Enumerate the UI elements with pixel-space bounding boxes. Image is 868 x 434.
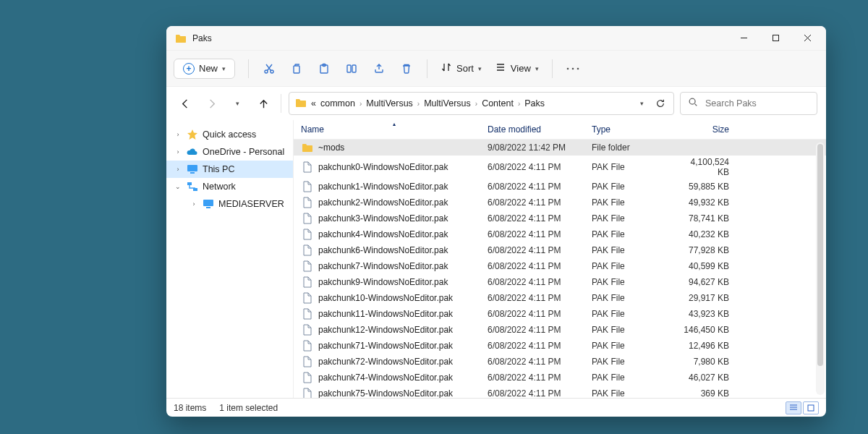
column-size[interactable]: Size bbox=[678, 124, 733, 135]
file-name: pakchunk7-WindowsNoEditor.pak bbox=[318, 261, 448, 271]
file-date: 6/08/2022 4:11 PM bbox=[488, 357, 592, 367]
share-icon[interactable] bbox=[372, 61, 386, 76]
sort-label: Sort bbox=[456, 63, 474, 74]
titlebar: Paks bbox=[166, 26, 826, 51]
back-button[interactable] bbox=[175, 93, 195, 114]
file-date: 6/08/2022 4:11 PM bbox=[488, 182, 592, 192]
copy-icon[interactable] bbox=[289, 61, 304, 76]
file-name: pakchunk9-WindowsNoEditor.pak bbox=[318, 277, 448, 287]
rename-icon[interactable] bbox=[344, 61, 359, 76]
breadcrumb-segment[interactable]: Content bbox=[482, 98, 514, 109]
refresh-icon[interactable] bbox=[653, 98, 668, 109]
minimize-button[interactable] bbox=[728, 26, 760, 51]
sort-button[interactable]: Sort ▾ bbox=[441, 61, 482, 75]
file-date: 6/08/2022 4:11 PM bbox=[488, 309, 592, 319]
file-row[interactable]: pakchunk12-WindowsNoEditor.pak6/08/2022 … bbox=[294, 322, 826, 338]
details-view-button[interactable] bbox=[786, 401, 801, 414]
file-name: pakchunk10-WindowsNoEditor.pak bbox=[318, 293, 453, 303]
new-label: New bbox=[199, 63, 218, 74]
network-icon bbox=[187, 181, 198, 192]
file-pane: Name ▴ Date modified Type Size ~mods9/08… bbox=[294, 120, 826, 398]
breadcrumb-segment[interactable]: common bbox=[320, 98, 355, 109]
large-icons-view-button[interactable] bbox=[803, 401, 819, 414]
file-icon bbox=[301, 387, 314, 398]
navpane-network[interactable]: ⌄ Network bbox=[166, 178, 293, 195]
file-row[interactable]: pakchunk72-WindowsNoEditor.pak6/08/2022 … bbox=[294, 354, 826, 370]
file-row[interactable]: pakchunk10-WindowsNoEditor.pak6/08/2022 … bbox=[294, 290, 826, 306]
breadcrumb-segment[interactable]: MultiVersus bbox=[366, 98, 413, 109]
scrollbar-thumb[interactable] bbox=[817, 144, 823, 366]
maximize-button[interactable] bbox=[760, 26, 791, 51]
more-icon[interactable] bbox=[566, 61, 580, 76]
file-date: 6/08/2022 4:11 PM bbox=[488, 341, 592, 351]
file-type: PAK File bbox=[592, 162, 678, 172]
file-type: PAK File bbox=[592, 229, 678, 239]
file-list[interactable]: ~mods9/08/2022 11:42 PMFile folderpakchu… bbox=[294, 140, 826, 398]
cut-icon[interactable] bbox=[262, 61, 276, 76]
view-button[interactable]: View ▾ bbox=[495, 61, 539, 75]
search-box[interactable] bbox=[680, 92, 817, 115]
file-type: PAK File bbox=[592, 293, 678, 303]
breadcrumb-segment[interactable]: MultiVersus bbox=[424, 98, 471, 109]
file-size: 77,928 KB bbox=[678, 245, 733, 255]
file-row[interactable]: pakchunk7-WindowsNoEditor.pak6/08/2022 4… bbox=[294, 258, 826, 274]
view-label: View bbox=[511, 63, 531, 74]
navpane-label: Quick access bbox=[203, 129, 256, 140]
file-type: PAK File bbox=[592, 277, 678, 287]
column-date[interactable]: Date modified bbox=[488, 124, 592, 135]
paste-icon[interactable] bbox=[317, 61, 331, 76]
forward-button[interactable] bbox=[201, 93, 221, 114]
file-row[interactable]: pakchunk75-WindowsNoEditor.pak6/08/2022 … bbox=[294, 386, 826, 398]
toolbar: + New ▾ Sort ▾ bbox=[166, 51, 826, 87]
file-row[interactable]: pakchunk71-WindowsNoEditor.pak6/08/2022 … bbox=[294, 338, 826, 354]
up-button[interactable] bbox=[253, 93, 273, 114]
file-row[interactable]: ~mods9/08/2022 11:42 PMFile folder bbox=[294, 140, 826, 156]
file-row[interactable]: pakchunk9-WindowsNoEditor.pak6/08/2022 4… bbox=[294, 274, 826, 290]
chevron-down-icon[interactable]: ▾ bbox=[634, 100, 649, 107]
svg-rect-7 bbox=[352, 65, 356, 72]
plus-icon: + bbox=[183, 63, 195, 75]
svg-point-9 bbox=[572, 67, 574, 69]
file-type: PAK File bbox=[592, 182, 678, 192]
file-date: 6/08/2022 4:11 PM bbox=[488, 373, 592, 383]
explorer-window: Paks + New ▾ bbox=[166, 26, 826, 417]
file-date: 6/08/2022 4:11 PM bbox=[488, 388, 592, 398]
address-bar[interactable]: « common›MultiVersus›MultiVersus›Content… bbox=[289, 92, 674, 115]
file-date: 9/08/2022 11:42 PM bbox=[488, 142, 592, 153]
file-type: PAK File bbox=[592, 373, 678, 383]
file-row[interactable]: pakchunk3-WindowsNoEditor.pak6/08/2022 4… bbox=[294, 210, 826, 226]
navpane-mediaserver[interactable]: › MEDIASERVER bbox=[166, 195, 293, 213]
svg-point-1 bbox=[265, 70, 268, 73]
star-icon bbox=[187, 129, 198, 140]
svg-rect-18 bbox=[808, 405, 814, 411]
file-name: ~mods bbox=[318, 142, 344, 153]
delete-icon[interactable] bbox=[399, 61, 414, 76]
navpane-onedrive[interactable]: › OneDrive - Personal bbox=[166, 143, 293, 161]
file-name: pakchunk71-WindowsNoEditor.pak bbox=[318, 341, 453, 351]
navpane-quick-access[interactable]: › Quick access bbox=[166, 126, 293, 143]
file-icon bbox=[301, 292, 314, 305]
file-row[interactable]: pakchunk1-WindowsNoEditor.pak6/08/2022 4… bbox=[294, 179, 826, 195]
svg-rect-6 bbox=[347, 65, 351, 72]
new-button[interactable]: + New ▾ bbox=[174, 59, 235, 79]
file-icon bbox=[301, 161, 314, 174]
file-icon bbox=[301, 307, 314, 320]
file-row[interactable]: pakchunk6-WindowsNoEditor.pak6/08/2022 4… bbox=[294, 242, 826, 258]
column-type[interactable]: Type bbox=[592, 124, 678, 135]
file-row[interactable]: pakchunk74-WindowsNoEditor.pak6/08/2022 … bbox=[294, 370, 826, 386]
file-row[interactable]: pakchunk2-WindowsNoEditor.pak6/08/2022 4… bbox=[294, 195, 826, 210]
scrollbar[interactable] bbox=[816, 142, 825, 395]
file-size: 94,627 KB bbox=[678, 277, 733, 287]
file-icon bbox=[301, 228, 314, 241]
file-icon bbox=[301, 260, 314, 273]
file-date: 6/08/2022 4:11 PM bbox=[488, 325, 592, 335]
search-input[interactable] bbox=[704, 98, 809, 109]
navpane-this-pc[interactable]: › This PC bbox=[166, 161, 293, 178]
close-button[interactable] bbox=[791, 26, 823, 51]
breadcrumb-segment[interactable]: Paks bbox=[524, 98, 545, 109]
file-row[interactable]: pakchunk11-WindowsNoEditor.pak6/08/2022 … bbox=[294, 306, 826, 322]
column-name[interactable]: Name ▴ bbox=[301, 124, 488, 135]
file-row[interactable]: pakchunk4-WindowsNoEditor.pak6/08/2022 4… bbox=[294, 226, 826, 242]
file-row[interactable]: pakchunk0-WindowsNoEditor.pak6/08/2022 4… bbox=[294, 156, 826, 179]
recent-locations-button[interactable]: ▾ bbox=[227, 93, 247, 114]
